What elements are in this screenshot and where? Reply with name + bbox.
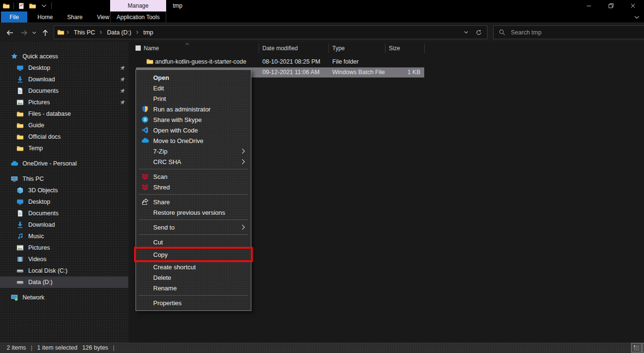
sidebar-item-data-d-[interactable]: Data (D:) bbox=[0, 276, 128, 288]
menu-item-restore-previous-versions[interactable]: Restore previous versions bbox=[136, 207, 251, 218]
qat-separator bbox=[13, 2, 14, 9]
column-separator[interactable] bbox=[328, 44, 329, 53]
menu-item-crc-sha[interactable]: CRC SHA bbox=[136, 156, 251, 167]
column-header-date-modified[interactable]: Date modified bbox=[262, 45, 298, 52]
sidebar-item-onedrive-personal[interactable]: OneDrive - Personal bbox=[0, 158, 128, 169]
breadcrumb-item[interactable]: Data (D:) bbox=[104, 29, 134, 36]
back-button[interactable] bbox=[4, 28, 15, 37]
sidebar-item-music[interactable]: Music bbox=[0, 231, 128, 242]
chevron-down-sm-icon bbox=[463, 30, 469, 35]
chevron-down-icon bbox=[633, 14, 640, 21]
download-icon bbox=[16, 221, 24, 229]
file-row[interactable]: andfun-kotlin-guess-it-starter-code08-10… bbox=[128, 57, 644, 67]
sidebar-item-documents[interactable]: Documents bbox=[0, 85, 128, 97]
sidebar-item-pictures[interactable]: Pictures bbox=[0, 97, 128, 108]
sidebar-item-label: Music bbox=[28, 233, 44, 240]
maximize-button[interactable] bbox=[600, 0, 622, 11]
address-bar[interactable]: This PCData (D:)tmp bbox=[54, 25, 487, 39]
submenu-chevron-icon bbox=[240, 148, 247, 154]
menu-item-shred[interactable]: Shred bbox=[136, 182, 251, 192]
sidebar-item-download[interactable]: Download bbox=[0, 219, 128, 231]
forward-button[interactable] bbox=[18, 28, 30, 37]
customize-qat[interactable] bbox=[40, 1, 48, 10]
tab-application-tools[interactable]: Application Tools bbox=[110, 11, 166, 22]
sidebar-item-temp[interactable]: Temp bbox=[0, 143, 128, 154]
sidebar-item-desktop[interactable]: Desktop bbox=[0, 62, 128, 74]
tab-home[interactable]: Home bbox=[30, 11, 60, 22]
file-explorer-window: Manage tmp File HomeShareView Applicatio… bbox=[0, 0, 644, 353]
menu-item-create-shortcut[interactable]: Create shortcut bbox=[136, 262, 251, 272]
details-view-button[interactable] bbox=[631, 343, 642, 353]
sidebar-item-guide[interactable]: Guide bbox=[0, 120, 128, 131]
breadcrumb-chevron-icon[interactable] bbox=[134, 30, 140, 34]
manage-contextual-group[interactable]: Manage bbox=[110, 0, 166, 11]
column-separator[interactable] bbox=[259, 44, 259, 53]
menu-item-scan[interactable]: Scan bbox=[136, 171, 251, 182]
window-controls bbox=[578, 0, 644, 11]
menu-item-run-as-administrator[interactable]: Run as administrator bbox=[136, 104, 251, 114]
refresh-icon[interactable] bbox=[475, 29, 482, 36]
sidebar-item-3d-objects[interactable]: 3D Objects bbox=[0, 185, 128, 196]
sidebar-item-videos[interactable]: Videos bbox=[0, 254, 128, 265]
recent-locations-chevron[interactable] bbox=[30, 28, 38, 37]
ribbon-tab-bar: File HomeShareView Application Tools bbox=[0, 11, 644, 23]
close-button[interactable] bbox=[622, 0, 644, 11]
breadcrumb-chevron-icon[interactable] bbox=[98, 30, 104, 34]
breadcrumb-chevron-icon[interactable] bbox=[65, 30, 71, 34]
sidebar-item-this-pc[interactable]: This PC bbox=[0, 173, 128, 185]
search-input[interactable] bbox=[510, 29, 617, 36]
properties-button[interactable] bbox=[17, 1, 25, 10]
collapse-ribbon-chevron-icon[interactable] bbox=[633, 13, 641, 22]
menu-item-delete[interactable]: Delete bbox=[136, 272, 251, 283]
menu-item-send-to[interactable]: Send to bbox=[136, 222, 251, 232]
menu-item-open[interactable]: Open bbox=[136, 72, 251, 83]
sidebar-item-local-disk-c-[interactable]: Local Disk (C:) bbox=[0, 265, 128, 276]
sidebar-item-files-database[interactable]: Files - database bbox=[0, 108, 128, 120]
sidebar-item-documents[interactable]: Documents bbox=[0, 208, 128, 219]
menu-item-properties[interactable]: Properties bbox=[136, 298, 251, 308]
search-box[interactable] bbox=[493, 25, 644, 39]
sidebar-item-desktop[interactable]: Desktop bbox=[0, 196, 128, 208]
menu-item-share-with-skype[interactable]: SShare with Skype bbox=[136, 114, 251, 125]
desktop-icon bbox=[16, 64, 24, 72]
breadcrumb-item[interactable]: This PC bbox=[71, 29, 98, 36]
sidebar-item-official-docs[interactable]: Official docs bbox=[0, 131, 128, 143]
file-date-modified: 09-12-2021 11:06 AM bbox=[262, 69, 319, 76]
breadcrumb-item[interactable]: tmp bbox=[140, 29, 156, 36]
mcafee-shield-icon bbox=[141, 183, 149, 191]
menu-item-open-with-code[interactable]: Open with Code bbox=[136, 125, 251, 135]
menu-item-7-zip[interactable]: 7-Zip bbox=[136, 146, 251, 156]
menu-item-print[interactable]: Print bbox=[136, 93, 251, 104]
sidebar-item-label: Local Disk (C:) bbox=[28, 267, 68, 274]
menu-item-rename[interactable]: Rename bbox=[136, 283, 251, 293]
menu-item-share[interactable]: Share bbox=[136, 197, 251, 207]
menu-separator bbox=[139, 234, 248, 235]
thumbnails-view-button[interactable] bbox=[642, 343, 644, 353]
menu-item-edit[interactable]: Edit bbox=[136, 83, 251, 93]
sidebar-item-network[interactable]: Network bbox=[0, 292, 128, 303]
arrow-right-icon bbox=[20, 29, 28, 37]
new-folder-button[interactable] bbox=[28, 1, 37, 10]
tab-file[interactable]: File bbox=[1, 11, 27, 22]
minimize-button[interactable] bbox=[578, 0, 600, 11]
qat-separator bbox=[51, 2, 52, 9]
column-separator[interactable] bbox=[424, 44, 425, 53]
sidebar-item-pictures[interactable]: Pictures bbox=[0, 242, 128, 254]
sidebar-item-download[interactable]: Download bbox=[0, 74, 128, 85]
up-button[interactable] bbox=[39, 28, 51, 37]
column-separator[interactable] bbox=[385, 44, 385, 53]
address-dropdown-chevron[interactable] bbox=[463, 30, 469, 35]
column-header-type[interactable]: Type bbox=[332, 45, 345, 52]
details-view-icon bbox=[633, 344, 640, 352]
menu-item-cut[interactable]: Cut bbox=[136, 237, 251, 247]
menu-separator bbox=[139, 169, 248, 169]
sidebar-item-quick-access[interactable]: Quick access bbox=[0, 51, 128, 62]
column-header-name[interactable]: Name bbox=[144, 45, 159, 52]
menu-item-move-to-onedrive[interactable]: Move to OneDrive bbox=[136, 135, 251, 146]
arrow-up-icon bbox=[41, 29, 49, 37]
sidebar-item-label: Temp bbox=[28, 145, 43, 152]
column-header-size[interactable]: Size bbox=[389, 45, 400, 52]
menu-item-copy[interactable]: Copy bbox=[136, 249, 251, 260]
select-all-checkbox[interactable] bbox=[136, 45, 141, 51]
tab-share[interactable]: Share bbox=[60, 11, 90, 22]
